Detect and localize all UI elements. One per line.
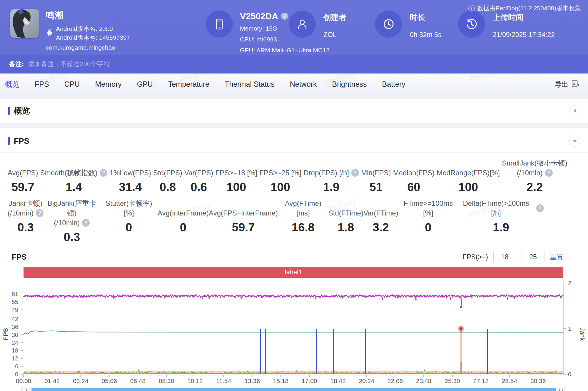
divider (0, 152, 588, 153)
stat-item: Drop(FPS) [/h]1.9 (303, 158, 359, 194)
series-1%Low(FPS) (24, 331, 563, 335)
tab-1[interactable]: 概览 (5, 79, 19, 89)
stat-label: Stutter(卡顿率) [%] (100, 198, 158, 218)
series-FPS (23, 294, 564, 308)
fps-collapse-button[interactable] (569, 136, 580, 147)
stat-label: Avg(InterFrame) (158, 198, 209, 218)
svg-text:30: 30 (12, 332, 18, 338)
scrollbar-left-handle[interactable] (21, 387, 32, 391)
stat-value: 100 (270, 181, 290, 194)
svg-text:13:36: 13:36 (245, 377, 260, 384)
svg-text:10:12: 10:12 (187, 377, 203, 384)
series-Jank (24, 329, 563, 374)
app-icon-art (10, 9, 39, 38)
chart-title: FPS (12, 253, 27, 262)
svg-text:25:30: 25:30 (445, 377, 460, 384)
stat-value: 1.9 (493, 221, 509, 234)
stat-item: Min(FPS)51 (361, 158, 391, 194)
stat-value: 0.8 (160, 181, 176, 194)
tab-10[interactable]: Battery (382, 80, 405, 88)
stat-value: 51 (370, 181, 383, 194)
tab-3[interactable]: CPU (64, 80, 80, 88)
help-icon[interactable] (82, 219, 90, 227)
android-version-code: Android版本号: 145597397 (56, 33, 130, 42)
stat-value: 60 (407, 181, 420, 194)
stat-value: 0.6 (191, 181, 207, 194)
svg-text:6: 6 (15, 363, 18, 370)
tab-9[interactable]: Brightness (332, 80, 367, 88)
stat-value: 1.4 (66, 181, 82, 194)
svg-text:42: 42 (12, 316, 18, 322)
stat-item: Avg(FPS)59.7 (8, 158, 38, 194)
stat-label: Avg(FTime) [ms] (278, 198, 328, 218)
chart-annotation-banner: label1 (24, 267, 563, 278)
help-icon[interactable] (36, 209, 44, 217)
tab-7[interactable]: Thermal Status (225, 80, 275, 88)
stat-item: 1%Low(FPS)31.4 (110, 158, 151, 194)
svg-text:11:54: 11:54 (216, 377, 231, 384)
series-BigJank (458, 325, 464, 332)
android-version-name: Android版本名: 2.6.0 (56, 24, 130, 33)
threshold-input-low[interactable] (493, 251, 516, 263)
tab-8[interactable]: Network (290, 80, 317, 88)
tab-4[interactable]: Memory (95, 80, 121, 88)
note-label: 备注: (9, 60, 24, 68)
duration-label: 时长 (410, 12, 441, 23)
stat-item: Avg(InterFrame)0 (158, 198, 209, 244)
svg-text:00:00: 00:00 (16, 377, 31, 384)
svg-text:28:54: 28:54 (502, 377, 517, 384)
stat-item: Smooth(稳帧指数)1.4 (40, 158, 108, 194)
stat-label: Avg(FPS) (8, 158, 38, 178)
android-icon (46, 29, 53, 38)
help-icon[interactable] (351, 169, 359, 177)
chevron-down-icon (572, 140, 577, 145)
header-divider (183, 13, 183, 48)
help-icon[interactable] (545, 169, 553, 177)
svg-text:05:06: 05:06 (101, 377, 117, 384)
overview-collapse-button[interactable] (569, 105, 580, 116)
tab-5[interactable]: GPU (137, 80, 153, 88)
fps-chart[interactable]: 6155494236302418126021000:0001:4203:2405… (0, 278, 588, 385)
svg-text:06:48: 06:48 (130, 377, 146, 384)
stat-item: FPS>=25 [%]100 (259, 158, 301, 194)
stat-item: Avg(FTime) [ms]16.8 (278, 198, 328, 244)
stat-label: Var(FTime) (363, 198, 398, 218)
help-icon[interactable] (536, 204, 544, 212)
stat-label: Min(FPS) (361, 158, 391, 178)
history-clock-icon (458, 11, 485, 38)
svg-text:61: 61 (12, 291, 18, 297)
overview-section: 概览 (0, 99, 588, 123)
scrollbar-right-handle[interactable] (556, 387, 566, 391)
stat-label: SmallJank(微小卡顿)(/10min) (502, 158, 567, 178)
svg-text:15:18: 15:18 (273, 377, 289, 384)
help-icon[interactable] (100, 169, 107, 177)
svg-text:24: 24 (12, 340, 18, 346)
stat-label: Std(FPS) (153, 158, 182, 178)
scrollbar-track[interactable] (23, 388, 564, 391)
tab-6[interactable]: Temperature (168, 80, 209, 88)
app-package: com.kurogame.mingchao (46, 44, 130, 51)
chart-zoom-scrollbar (23, 387, 564, 391)
stat-value: 0 (180, 221, 186, 234)
threshold-input-high[interactable] (522, 251, 544, 263)
export-icon (572, 80, 580, 89)
svg-text:18:42: 18:42 (330, 377, 346, 384)
user-icon (289, 11, 316, 38)
stat-value: 59.7 (232, 221, 255, 234)
device-gpu: GPU: ARM Mali–G1–Ultra MC12 (240, 47, 330, 54)
stat-value: 100 (226, 181, 246, 194)
note-input[interactable] (28, 60, 579, 68)
stat-value: 0 (126, 221, 132, 234)
creator-label: 创建者 (323, 12, 346, 23)
tab-2[interactable]: FPS (35, 80, 49, 88)
stat-item: Std(FTime)1.8 (328, 198, 363, 244)
svg-text:17:00: 17:00 (302, 377, 317, 384)
device-info-icon[interactable] (281, 13, 288, 20)
note-bar: 备注: (0, 55, 588, 73)
reset-link[interactable]: 重置 (550, 253, 563, 262)
upload-time-block: 上传时间 21/09/2025 17:34:22 (458, 11, 555, 39)
tab-bar: 概览FPSCPUMemoryGPUTemperatureThermal Stat… (0, 73, 588, 95)
stat-label: Median(FPS) (393, 158, 435, 178)
svg-text:12: 12 (12, 355, 18, 362)
export-button[interactable]: 导出 (554, 80, 580, 89)
